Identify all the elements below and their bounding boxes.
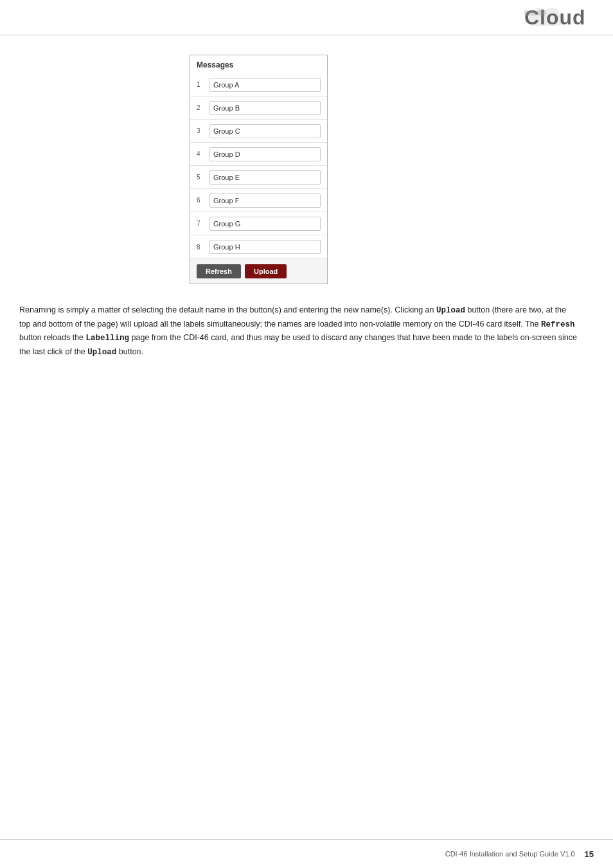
messages-row: 7	[190, 212, 327, 235]
row-number: 8	[197, 244, 209, 251]
messages-footer: Refresh Upload	[190, 258, 327, 284]
row-group-input[interactable]	[209, 170, 321, 185]
desc-labelling-inline: Labelling	[86, 334, 130, 343]
messages-row: 5	[190, 166, 327, 189]
bottom-bar: CDI-46 Installation and Setup Guide V1.0…	[0, 839, 613, 868]
row-group-input[interactable]	[209, 147, 321, 161]
desc-line5: button.	[116, 347, 143, 356]
row-group-input[interactable]	[209, 101, 321, 115]
row-number: 5	[197, 174, 209, 181]
top-bar: Cloud	[0, 0, 613, 35]
row-group-input[interactable]	[209, 217, 321, 231]
svg-text:Cloud: Cloud	[524, 6, 586, 29]
desc-line3: button reloads the	[19, 333, 86, 342]
row-group-input[interactable]	[209, 124, 321, 138]
row-number: 4	[197, 150, 209, 158]
footer-guide-text: CDI-46 Installation and Setup Guide V1.0	[445, 850, 575, 858]
messages-row: 4	[190, 143, 327, 166]
desc-upload-inline2: Upload	[87, 348, 116, 357]
messages-panel-title: Messages	[190, 55, 327, 73]
messages-row: 1	[190, 73, 327, 96]
logo-container: Cloud	[523, 4, 594, 31]
desc-upload-inline1: Upload	[436, 306, 465, 315]
row-group-input[interactable]	[209, 240, 321, 254]
desc-refresh-inline: Refresh	[541, 320, 575, 329]
description-text: Renaming is simply a matter of selecting…	[19, 303, 578, 359]
row-number: 6	[197, 197, 209, 204]
row-group-input[interactable]	[209, 78, 321, 92]
page-content: Messages 12345678 Refresh Upload Renamin…	[0, 35, 613, 839]
cloud-logo-icon: Cloud	[523, 4, 594, 31]
row-group-input[interactable]	[209, 194, 321, 208]
svg-rect-1	[524, 10, 536, 15]
upload-button[interactable]: Upload	[245, 264, 287, 278]
messages-row: 8	[190, 235, 327, 258]
messages-panel: Messages 12345678 Refresh Upload	[190, 55, 328, 284]
row-number: 3	[197, 127, 209, 134]
row-number: 1	[197, 81, 209, 88]
messages-row: 6	[190, 189, 327, 212]
messages-row: 3	[190, 120, 327, 143]
refresh-button[interactable]: Refresh	[197, 264, 241, 278]
messages-rows-container: 12345678	[190, 73, 327, 258]
row-number: 7	[197, 220, 209, 227]
row-number: 2	[197, 104, 209, 111]
footer-page-number: 15	[585, 849, 594, 859]
svg-rect-2	[537, 10, 546, 15]
messages-row: 2	[190, 96, 327, 120]
desc-line1: Renaming is simply a matter of selecting…	[19, 305, 436, 314]
